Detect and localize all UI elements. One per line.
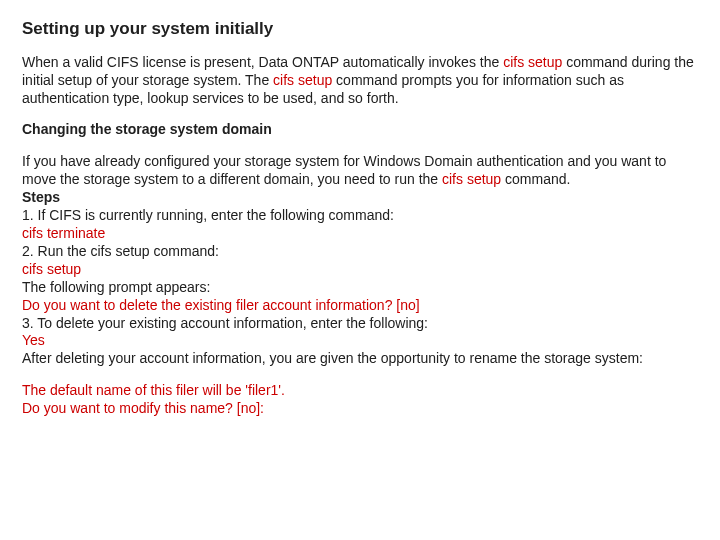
step-3-text: 3. To delete your existing account infor… bbox=[22, 315, 428, 331]
tail-block: The default name of this filer will be '… bbox=[22, 382, 698, 418]
step-2-text: 2. Run the cifs setup command: bbox=[22, 243, 219, 259]
steps-block: If you have already configured your stor… bbox=[22, 153, 698, 368]
body-p1b: command. bbox=[501, 171, 570, 187]
page-title: Setting up your system initially bbox=[22, 18, 698, 40]
section-subheading: Changing the storage system domain bbox=[22, 121, 698, 139]
step-2-cmd: cifs setup bbox=[22, 261, 81, 277]
intro-cmd-1: cifs setup bbox=[503, 54, 562, 70]
step-2-prompt-lead: The following prompt appears: bbox=[22, 279, 210, 295]
intro-cmd-2: cifs setup bbox=[273, 72, 332, 88]
body-p1-cmd: cifs setup bbox=[442, 171, 501, 187]
intro-paragraph: When a valid CIFS license is present, Da… bbox=[22, 54, 698, 108]
step-3-after: After deleting your account information,… bbox=[22, 350, 643, 366]
step-1-cmd: cifs terminate bbox=[22, 225, 105, 241]
step-1-text: 1. If CIFS is currently running, enter t… bbox=[22, 207, 394, 223]
document-page: Setting up your system initially When a … bbox=[0, 0, 720, 418]
step-3-answer: Yes bbox=[22, 332, 45, 348]
steps-label: Steps bbox=[22, 189, 60, 205]
tail-line-1: The default name of this filer will be '… bbox=[22, 382, 285, 398]
step-2-prompt: Do you want to delete the existing filer… bbox=[22, 297, 420, 313]
tail-line-2: Do you want to modify this name? [no]: bbox=[22, 400, 264, 416]
intro-text-pre: When a valid CIFS license is present, Da… bbox=[22, 54, 503, 70]
